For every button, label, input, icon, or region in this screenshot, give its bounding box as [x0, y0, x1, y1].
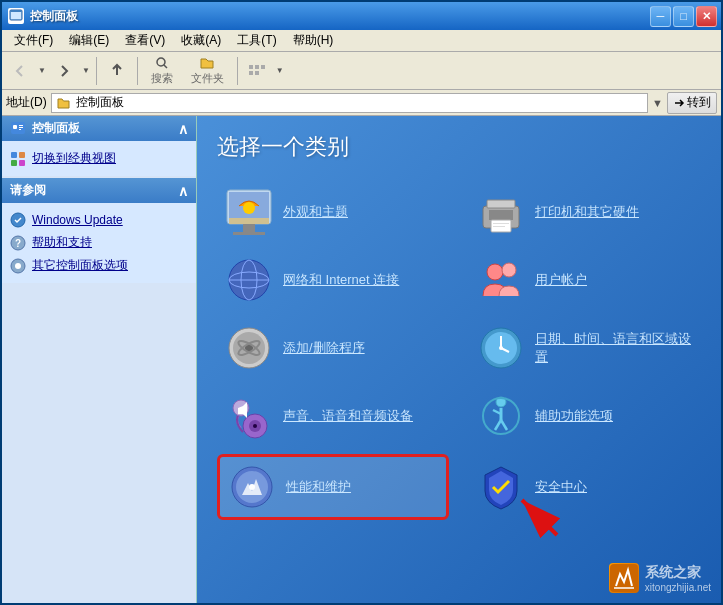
- svg-rect-13: [19, 129, 21, 130]
- address-label: 地址(D): [6, 94, 47, 111]
- users-label: 用户帐户: [535, 271, 587, 289]
- svg-text:?: ?: [15, 238, 21, 249]
- panel-icon: [10, 121, 26, 137]
- toolbar: ▼ ▼ 搜索 文件夹 ▼: [2, 52, 721, 90]
- search-label: 搜索: [151, 71, 173, 86]
- sidebar-link-other-options[interactable]: 其它控制面板选项: [10, 254, 188, 277]
- folders-button[interactable]: 文件夹: [184, 52, 231, 89]
- main-title: 选择一个类别: [217, 132, 701, 162]
- sidebar-control-panel-header[interactable]: 控制面板 ∧: [2, 116, 196, 141]
- watermark-site-name: 系统之家: [645, 564, 711, 582]
- svg-rect-34: [493, 226, 505, 227]
- watermark-text-wrap: 系统之家 xitongzhijia.net: [645, 564, 711, 593]
- search-button[interactable]: 搜索: [144, 52, 180, 89]
- menu-tools[interactable]: 工具(T): [229, 30, 284, 51]
- category-security[interactable]: 安全中心: [469, 454, 701, 520]
- classic-view-label: 切换到经典视图: [32, 150, 116, 167]
- sidebar-link-windows-update[interactable]: Windows Update: [10, 209, 188, 231]
- close-button[interactable]: ✕: [696, 6, 717, 27]
- svg-rect-4: [249, 65, 253, 69]
- network-icon: [225, 256, 273, 304]
- network-label: 网络和 Internet 连接: [283, 271, 399, 289]
- datetime-icon: [477, 324, 525, 372]
- category-datetime[interactable]: 日期、时间、语言和区域设置: [469, 318, 701, 378]
- forward-button[interactable]: [50, 58, 78, 84]
- category-network[interactable]: 网络和 Internet 连接: [217, 250, 449, 310]
- svg-point-63: [249, 484, 255, 490]
- back-button[interactable]: [6, 58, 34, 84]
- svg-rect-10: [13, 125, 17, 129]
- title-bar: 控制面板 ─ □ ✕: [2, 2, 721, 30]
- category-sound[interactable]: 声音、语音和音频设备: [217, 386, 449, 446]
- sidebar-link-classic-view[interactable]: 切换到经典视图: [10, 147, 188, 170]
- red-arrow-icon: [507, 480, 567, 540]
- address-input[interactable]: [76, 96, 643, 110]
- collapse-icon-1: ∧: [178, 121, 188, 137]
- menu-help[interactable]: 帮助(H): [285, 30, 342, 51]
- go-button[interactable]: 转到: [667, 92, 717, 114]
- sound-icon: [225, 392, 273, 440]
- help-support-label: 帮助和支持: [32, 234, 92, 251]
- content-area: 控制面板 ∧ 切换到经典视图: [2, 116, 721, 603]
- svg-rect-15: [19, 152, 25, 158]
- svg-rect-27: [243, 224, 255, 232]
- back-dropdown[interactable]: ▼: [38, 66, 46, 75]
- svg-point-39: [487, 264, 503, 280]
- printer-icon: [477, 188, 525, 236]
- menu-view[interactable]: 查看(V): [117, 30, 173, 51]
- category-users[interactable]: 用户帐户: [469, 250, 701, 310]
- separator-3: [237, 57, 238, 85]
- menu-favorites[interactable]: 收藏(A): [173, 30, 229, 51]
- sidebar-see-also-header[interactable]: 请参阅 ∧: [2, 178, 196, 203]
- see-also-section-title: 请参阅: [10, 182, 46, 199]
- svg-rect-31: [487, 200, 515, 208]
- datetime-label: 日期、时间、语言和区域设置: [535, 330, 693, 366]
- category-printer[interactable]: 打印机和其它硬件: [469, 182, 701, 242]
- help-support-icon: ?: [10, 235, 26, 251]
- sidebar-see-also-content: Windows Update ? 帮助和支持: [2, 203, 196, 283]
- category-performance[interactable]: 性能和维护: [217, 454, 449, 520]
- title-bar-left: 控制面板: [8, 8, 78, 25]
- separator-2: [137, 57, 138, 85]
- accessibility-label: 辅助功能选项: [535, 407, 613, 425]
- svg-line-59: [495, 420, 501, 430]
- go-arrow-icon: [673, 97, 685, 109]
- address-input-wrap: [51, 93, 648, 113]
- svg-rect-16: [11, 160, 17, 166]
- maximize-button[interactable]: □: [673, 6, 694, 27]
- view-dropdown[interactable]: ▼: [276, 66, 284, 75]
- windows-update-icon: [10, 212, 26, 228]
- view-options-button[interactable]: [244, 58, 272, 84]
- watermark-icon: [609, 563, 639, 593]
- sidebar: 控制面板 ∧ 切换到经典视图: [2, 116, 197, 603]
- up-button[interactable]: [103, 58, 131, 84]
- category-appearance[interactable]: 外观和主题: [217, 182, 449, 242]
- watermark: 系统之家 xitongzhijia.net: [609, 563, 711, 593]
- svg-rect-5: [255, 65, 259, 69]
- window-title: 控制面板: [30, 8, 78, 25]
- svg-line-65: [522, 500, 557, 535]
- svg-rect-17: [19, 160, 25, 166]
- sidebar-control-panel-section: 控制面板 ∧ 切换到经典视图: [2, 116, 196, 176]
- minimize-button[interactable]: ─: [650, 6, 671, 27]
- collapse-icon-2: ∧: [178, 183, 188, 199]
- category-addremove[interactable]: 添加/删除程序: [217, 318, 449, 378]
- address-bar: 地址(D) ▼ 转到: [2, 90, 721, 116]
- sidebar-link-help-support[interactable]: ? 帮助和支持: [10, 231, 188, 254]
- svg-point-3: [157, 58, 165, 66]
- appearance-icon: [225, 188, 273, 236]
- accessibility-icon: [477, 392, 525, 440]
- address-dropdown-arrow[interactable]: ▼: [652, 97, 663, 109]
- forward-dropdown[interactable]: ▼: [82, 66, 90, 75]
- svg-rect-30: [489, 210, 513, 220]
- category-accessibility[interactable]: 辅助功能选项: [469, 386, 701, 446]
- watermark-url: xitongzhijia.net: [645, 582, 711, 593]
- svg-point-40: [502, 263, 516, 277]
- go-label: 转到: [687, 94, 711, 111]
- control-panel-section-title: 控制面板: [32, 120, 80, 137]
- sound-label: 声音、语音和音频设备: [283, 407, 413, 425]
- svg-rect-12: [19, 127, 23, 128]
- svg-rect-6: [261, 65, 265, 69]
- menu-file[interactable]: 文件(F): [6, 30, 61, 51]
- menu-edit[interactable]: 编辑(E): [61, 30, 117, 51]
